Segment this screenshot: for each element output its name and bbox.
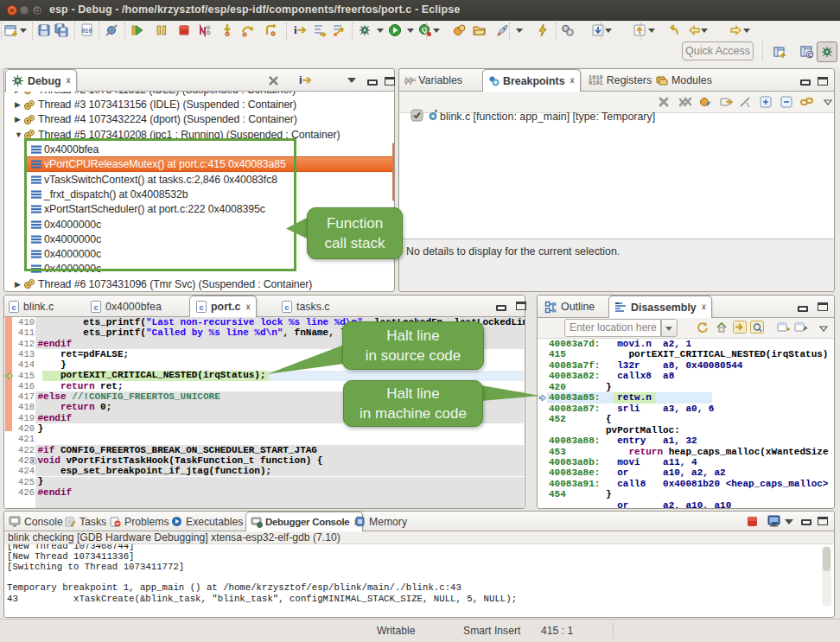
svg-text:C: C (807, 52, 811, 58)
svg-text:c: c (284, 303, 289, 312)
svg-text:c: c (11, 303, 16, 312)
svg-text:010: 010 (82, 29, 92, 35)
svg-text:c: c (93, 303, 98, 312)
svg-text:c: c (199, 303, 203, 312)
